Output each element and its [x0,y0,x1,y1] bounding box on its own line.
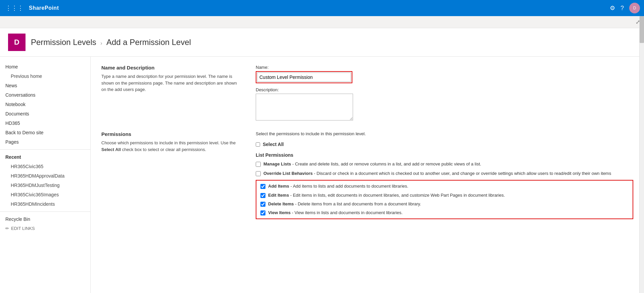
add-items-name: Add Items [268,184,289,189]
permission-add-items: Add Items - Add items to lists and add d… [260,183,629,189]
breadcrumb-item[interactable]: Permission Levels [31,38,96,47]
top-navigation: ⋮⋮⋮ SharePoint ⚙ ? D [0,0,644,16]
permissions-section-title: Permissions [101,131,242,137]
form-right-name-desc: Name: Description: [256,65,633,122]
sidebar: Home Previous home News Conversations No… [0,57,91,293]
form-permissions-row: Permissions Choose which permissions to … [101,131,633,221]
override-list-desc: - Discard or check in a document which i… [314,171,611,176]
view-items-checkbox[interactable] [260,210,265,215]
select-all-row: Select All [256,142,633,147]
list-permissions-header: List Permissions [256,152,633,158]
breadcrumb-separator: › [100,40,102,46]
permission-override-list: Override List Behaviors - Discard or che… [256,170,633,177]
avatar-label: D [633,6,636,10]
name-field-label: Name: [256,65,633,70]
edit-items-name: Edit Items [268,193,289,198]
form-left-name-desc: Name and Description Type a name and des… [101,65,242,122]
add-items-desc: - Add items to lists and add documents t… [290,184,408,189]
add-items-checkbox[interactable] [260,184,265,189]
sidebar-item-previous-home[interactable]: Previous home [0,71,90,81]
sidebar-item-recent-5[interactable]: HR365HDMIncidents [0,199,90,209]
view-items-desc: - View items in lists and documents in d… [292,210,403,215]
desc-field-label: Description: [256,87,633,92]
name-desc-section-title: Name and Description [101,65,242,70]
waffle-icon[interactable]: ⋮⋮⋮ [4,3,25,13]
override-list-checkbox[interactable] [256,171,261,176]
sidebar-item-hd365[interactable]: HD365 [0,118,90,128]
scrollbar-track[interactable] [639,16,644,293]
page-icon-box: D [8,34,26,51]
view-items-label[interactable]: View Items - View items in lists and doc… [268,210,403,216]
manage-lists-checkbox[interactable] [256,162,261,167]
sub-header: ⤢ [0,16,644,28]
sidebar-divider [0,149,90,150]
sidebar-item-recent-3[interactable]: HR365HDMJustTesting [0,181,90,190]
manage-lists-name: Manage Lists [263,161,291,166]
main-layout: Home Previous home News Conversations No… [0,57,644,293]
sidebar-item-notebook[interactable]: Notebook [0,100,90,109]
override-list-name: Override List Behaviors [263,171,313,176]
delete-items-name: Delete Items [268,201,294,206]
sidebar-item-recent-2[interactable]: HR365HDMApprovalData [0,171,90,181]
sidebar-recent-header: Recent [0,152,90,162]
sidebar-item-recent-1[interactable]: HR365Civic365 [0,162,90,171]
pencil-icon: ✏ [5,226,9,231]
sidebar-item-back-to-demo[interactable]: Back to Demo site [0,128,90,137]
sharepoint-logo: SharePoint [29,5,59,11]
content-area: Name and Description Type a name and des… [91,57,644,293]
form-right-permissions: Select the permissions to include in thi… [256,131,633,221]
permission-view-items: View Items - View items in lists and doc… [260,210,629,216]
view-items-name: View Items [268,210,291,215]
permissions-intro-text: Select the permissions to include in thi… [256,131,633,136]
delete-items-desc: - Delete items from a list and documents… [295,201,421,206]
name-field-wrapper [256,71,352,83]
edit-items-checkbox[interactable] [260,193,265,198]
delete-items-checkbox[interactable] [260,202,265,207]
sidebar-edit-links[interactable]: ✏ EDIT LINKS [0,224,90,233]
sidebar-item-news[interactable]: News [0,81,90,90]
edit-items-label[interactable]: Edit Items - Edit items in lists, edit d… [268,192,505,198]
select-all-checkbox[interactable] [256,142,260,147]
select-all-label[interactable]: Select All [263,142,284,147]
edit-links-label: EDIT LINKS [11,226,35,231]
add-items-label[interactable]: Add Items - Add items to lists and add d… [268,183,408,189]
override-list-label[interactable]: Override List Behaviors - Discard or che… [263,170,611,177]
permission-manage-lists: Manage Lists - Create and delete lists, … [256,161,633,167]
permission-edit-items: Edit Items - Edit items in lists, edit d… [260,192,629,198]
manage-lists-desc: - Create and delete lists, add or remove… [292,161,481,166]
permissions-section-text: Choose which permissions to include in t… [101,140,242,153]
form-name-description-row: Name and Description Type a name and des… [101,65,633,122]
help-icon[interactable]: ? [621,5,624,12]
name-desc-section-text: Type a name and description for your per… [101,73,242,93]
sidebar-divider-2 [0,211,90,212]
sidebar-item-recycle-bin[interactable]: Recycle Bin [0,214,90,224]
sidebar-item-home[interactable]: Home [0,62,90,71]
permission-delete-items: Delete Items - Delete items from a list … [260,201,629,207]
page-header: D Permission Levels › Add a Permission L… [0,28,644,57]
delete-items-label[interactable]: Delete Items - Delete items from a list … [268,201,421,207]
description-textarea[interactable] [256,94,353,120]
top-nav-left: ⋮⋮⋮ SharePoint [4,3,59,13]
select-all-bold: Select All [101,147,121,152]
checked-permissions-group: Add Items - Add items to lists and add d… [256,180,633,219]
sidebar-item-conversations[interactable]: Conversations [0,90,90,100]
sidebar-item-pages[interactable]: Pages [0,137,90,147]
sidebar-item-recent-4[interactable]: HR365Civic365Images [0,190,90,199]
form-left-permissions: Permissions Choose which permissions to … [101,131,242,221]
sidebar-item-documents[interactable]: Documents [0,109,90,118]
edit-items-desc: - Edit items in lists, edit documents in… [290,193,505,198]
page-title-container: Permission Levels › Add a Permission Lev… [31,38,191,47]
manage-lists-label[interactable]: Manage Lists - Create and delete lists, … [263,161,481,167]
avatar[interactable]: D [629,3,640,13]
settings-icon[interactable]: ⚙ [610,4,615,12]
page-title: Add a Permission Level [106,38,191,47]
scrollbar-thumb[interactable] [640,16,644,43]
name-input[interactable] [257,72,351,82]
top-nav-right: ⚙ ? D [610,3,640,13]
